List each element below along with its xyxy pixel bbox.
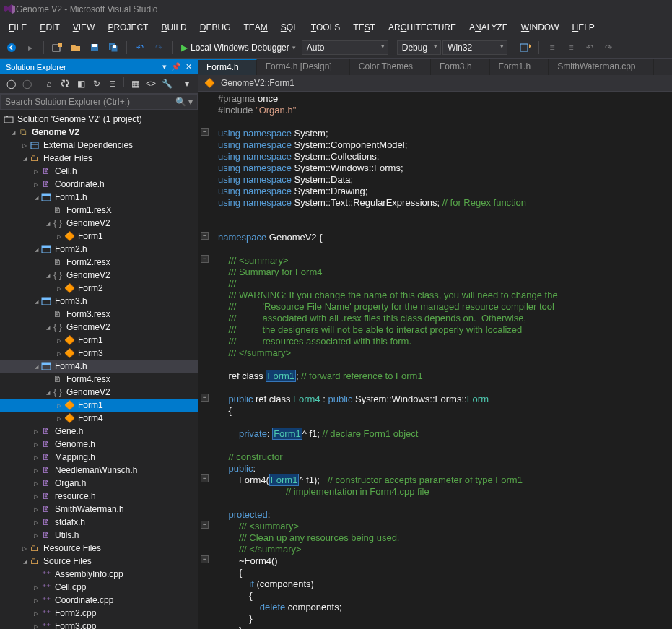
menu-window[interactable]: WINDOW xyxy=(515,20,565,35)
tree-form3-form3[interactable]: 🔶Form3 xyxy=(0,347,198,360)
tree-organ-h[interactable]: 🗎Organ.h xyxy=(0,477,198,490)
tree-project[interactable]: ⧉Genome V2 xyxy=(0,126,198,139)
tree-needleman-h[interactable]: 🗎NeedlemanWunsch.h xyxy=(0,464,198,477)
nav-back-button[interactable] xyxy=(3,39,20,56)
open-button[interactable] xyxy=(67,39,84,56)
properties-button[interactable]: 🔧 xyxy=(160,77,173,90)
preview-button[interactable]: ▾ xyxy=(180,77,193,90)
menu-analyze[interactable]: ANALYZE xyxy=(463,20,514,35)
tree-form2-cpp[interactable]: ⁺⁺Form2.cpp xyxy=(0,607,198,620)
tab-form4-h[interactable]: Form4.h xyxy=(198,59,257,75)
nav-fwd-button[interactable]: ▸ xyxy=(22,39,39,56)
undo-button[interactable]: ↶ xyxy=(131,39,149,56)
tree-mapping-h[interactable]: 🗎Mapping.h xyxy=(0,451,198,464)
tree-gene-h[interactable]: 🗎Gene.h xyxy=(0,425,198,438)
tree-smithwaterman-h[interactable]: 🗎SmithWaterman.h xyxy=(0,503,198,516)
editor-breadcrumb[interactable]: 🔶 GenomeV2::Form1 xyxy=(198,75,672,92)
tree-form4-h[interactable]: Form4.h xyxy=(0,360,198,373)
tree-resource-files[interactable]: 🗀Resource Files xyxy=(0,542,198,555)
tree-stdafx-h[interactable]: 🗎stdafx.h xyxy=(0,516,198,529)
code-content[interactable]: #pragma once #include "Organ.h" using na… xyxy=(198,92,672,629)
tree-resource-h[interactable]: 🗎resource.h xyxy=(0,490,198,503)
tree-form3-cpp[interactable]: ⁺⁺Form3.cpp xyxy=(0,620,198,629)
debug-target-dropdown[interactable]: Auto xyxy=(302,40,388,55)
menu-team[interactable]: TEAM xyxy=(237,20,273,35)
menu-project[interactable]: PROJECT xyxy=(102,20,154,35)
tab-form3-h[interactable]: Form3.h xyxy=(431,59,490,75)
tree-coordinate-h[interactable]: 🗎Coordinate.h xyxy=(0,178,198,191)
code-view-button[interactable]: <> xyxy=(144,77,157,90)
tree-genomev2-ns4[interactable]: { }GenomeV2 xyxy=(0,386,198,399)
tree-form1-h[interactable]: Form1.h xyxy=(0,191,198,204)
tree-assemblyinfo[interactable]: ⁺⁺AssemblyInfo.cpp xyxy=(0,568,198,581)
tree-cell-cpp[interactable]: ⁺⁺Cell.cpp xyxy=(0,581,198,594)
tree-source-files[interactable]: 🗀Source Files xyxy=(0,555,198,568)
tree-form3-resx[interactable]: 🗎Form3.resx xyxy=(0,308,198,321)
menu-edit[interactable]: EDIT xyxy=(34,20,65,35)
save-button[interactable] xyxy=(86,39,103,56)
tree-form1-class[interactable]: 🔶Form1 xyxy=(0,230,198,243)
tree-form3-form1[interactable]: 🔶Form1 xyxy=(0,334,198,347)
fold-marker[interactable]: − xyxy=(201,474,209,482)
tree-form2-resx[interactable]: 🗎Form2.resx xyxy=(0,256,198,269)
showall-button[interactable]: ▦ xyxy=(128,77,141,90)
tab-smithwaterman[interactable]: SmithWaterman.cpp xyxy=(549,59,653,75)
tree-utils-h[interactable]: 🗎Utils.h xyxy=(0,529,198,542)
panel-close-icon[interactable]: ✕ xyxy=(186,62,192,71)
fold-marker[interactable]: − xyxy=(201,394,209,402)
collapse-button[interactable]: ⊟ xyxy=(106,77,119,90)
tree-form3-h[interactable]: Form3.h xyxy=(0,295,198,308)
platform-dropdown[interactable]: Win32 xyxy=(442,40,507,55)
menu-sql[interactable]: SQL xyxy=(275,20,304,35)
refresh-button[interactable]: ↻ xyxy=(90,77,103,90)
sync-button[interactable]: 🗘 xyxy=(58,77,71,90)
find-in-files-button[interactable] xyxy=(517,39,534,56)
panel-dropdown-icon[interactable]: ▾ xyxy=(162,62,167,71)
tree-form4-form1[interactable]: 🔶Form1 xyxy=(0,399,198,412)
tree-form1-resx[interactable]: 🗎Form1.resX xyxy=(0,204,198,217)
tree-header-files[interactable]: 🗀Header Files xyxy=(0,152,198,165)
comment-button[interactable]: ≡ xyxy=(544,39,561,56)
save-all-button[interactable] xyxy=(105,39,122,56)
tree-genomev2-ns3[interactable]: { }GenomeV2 xyxy=(0,321,198,334)
menu-build[interactable]: BUILD xyxy=(155,20,192,35)
back-button[interactable]: ◯ xyxy=(4,77,17,90)
menu-help[interactable]: HELP xyxy=(567,20,601,35)
tree-coordinate-cpp[interactable]: ⁺⁺Coordinate.cpp xyxy=(0,594,198,607)
pending-button[interactable]: ◧ xyxy=(74,77,87,90)
new-project-button[interactable] xyxy=(48,39,66,56)
menu-file[interactable]: FILE xyxy=(3,20,32,35)
tree-form2-class[interactable]: 🔶Form2 xyxy=(0,282,198,295)
tree-form4-resx[interactable]: 🗎Form4.resx xyxy=(0,373,198,386)
step-fwd-button[interactable]: ↷ xyxy=(600,39,617,56)
tree-genomev2-ns2[interactable]: { }GenomeV2 xyxy=(0,269,198,282)
fold-marker[interactable]: − xyxy=(201,255,209,263)
fold-marker[interactable]: − xyxy=(201,521,209,529)
tree-external-deps[interactable]: External Dependencies xyxy=(0,139,198,152)
fwd-button[interactable]: ◯ xyxy=(20,77,33,90)
tree-cell-h[interactable]: 🗎Cell.h xyxy=(0,165,198,178)
tree-form2-h[interactable]: Form2.h xyxy=(0,243,198,256)
tree-genome-h[interactable]: 🗎Genome.h xyxy=(0,438,198,451)
tree-solution[interactable]: Solution 'Genome V2' (1 project) xyxy=(0,113,198,126)
menu-tools[interactable]: TOOLS xyxy=(305,20,346,35)
fold-marker[interactable]: − xyxy=(201,232,209,240)
menu-debug[interactable]: DEBUG xyxy=(194,20,237,35)
redo-button[interactable]: ↷ xyxy=(150,39,167,56)
step-back-button[interactable]: ↶ xyxy=(581,39,598,56)
tree-genomev2-ns1[interactable]: { }GenomeV2 xyxy=(0,217,198,230)
menu-test[interactable]: TEST xyxy=(347,20,381,35)
config-dropdown[interactable]: Debug xyxy=(397,40,441,55)
home-button[interactable]: ⌂ xyxy=(43,77,56,90)
tab-color-themes[interactable]: Color Themes xyxy=(350,59,431,75)
menu-view[interactable]: VIEW xyxy=(67,20,101,35)
menu-architecture[interactable]: ARCHITECTURE xyxy=(383,20,462,35)
tab-form4-design[interactable]: Form4.h [Design] xyxy=(257,59,350,75)
fold-marker[interactable]: − xyxy=(201,555,209,563)
solution-tree[interactable]: Solution 'Genome V2' (1 project) ⧉Genome… xyxy=(0,110,198,629)
uncomment-button[interactable]: ≡ xyxy=(562,39,580,56)
panel-pin-icon[interactable]: 📌 xyxy=(171,62,181,71)
start-debug-button[interactable]: ▶ Local Windows Debugger ▾ xyxy=(177,43,300,53)
tab-form1-h[interactable]: Form1.h xyxy=(490,59,549,75)
code-editor[interactable]: − − − − − − − #pragma once #include "Org… xyxy=(198,92,672,629)
